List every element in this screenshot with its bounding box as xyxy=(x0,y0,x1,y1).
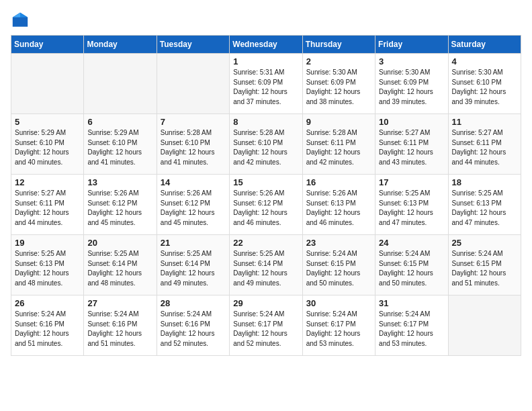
calendar-week-row: 12Sunrise: 5:27 AMSunset: 6:11 PMDayligh… xyxy=(11,175,521,235)
day-header-monday: Monday xyxy=(84,36,157,54)
day-info: Sunrise: 5:25 AMSunset: 6:13 PMDaylight:… xyxy=(452,189,517,228)
day-info: Sunrise: 5:26 AMSunset: 6:12 PMDaylight:… xyxy=(233,189,298,228)
day-info: Sunrise: 5:25 AMSunset: 6:13 PMDaylight:… xyxy=(15,249,80,288)
calendar-cell: 12Sunrise: 5:27 AMSunset: 6:11 PMDayligh… xyxy=(11,175,84,235)
day-info: Sunrise: 5:24 AMSunset: 6:16 PMDaylight:… xyxy=(87,310,152,349)
day-number: 12 xyxy=(15,177,80,187)
day-number: 5 xyxy=(15,117,80,127)
calendar-cell xyxy=(448,295,521,356)
calendar-cell: 22Sunrise: 5:25 AMSunset: 6:14 PMDayligh… xyxy=(230,235,302,295)
day-number: 15 xyxy=(233,177,298,187)
day-number: 21 xyxy=(161,238,226,248)
calendar-cell: 15Sunrise: 5:26 AMSunset: 6:12 PMDayligh… xyxy=(230,175,302,235)
day-info: Sunrise: 5:25 AMSunset: 6:14 PMDaylight:… xyxy=(233,249,298,288)
calendar-cell: 3Sunrise: 5:30 AMSunset: 6:09 PMDaylight… xyxy=(375,54,448,114)
day-info: Sunrise: 5:24 AMSunset: 6:17 PMDaylight:… xyxy=(379,310,444,349)
calendar-cell: 28Sunrise: 5:24 AMSunset: 6:16 PMDayligh… xyxy=(157,295,229,356)
calendar-cell: 14Sunrise: 5:26 AMSunset: 6:12 PMDayligh… xyxy=(157,175,229,235)
day-info: Sunrise: 5:28 AMSunset: 6:11 PMDaylight:… xyxy=(306,128,371,167)
calendar-week-row: 19Sunrise: 5:25 AMSunset: 6:13 PMDayligh… xyxy=(11,235,521,295)
calendar-cell: 17Sunrise: 5:25 AMSunset: 6:13 PMDayligh… xyxy=(375,175,448,235)
day-info: Sunrise: 5:30 AMSunset: 6:09 PMDaylight:… xyxy=(379,68,444,107)
day-header-sunday: Sunday xyxy=(11,36,84,54)
calendar-cell: 10Sunrise: 5:27 AMSunset: 6:11 PMDayligh… xyxy=(375,114,448,175)
calendar-cell: 6Sunrise: 5:29 AMSunset: 6:10 PMDaylight… xyxy=(84,114,157,175)
calendar-cell: 4Sunrise: 5:30 AMSunset: 6:10 PMDaylight… xyxy=(448,54,521,114)
calendar-cell: 7Sunrise: 5:28 AMSunset: 6:10 PMDaylight… xyxy=(157,114,229,175)
calendar-table: SundayMondayTuesdayWednesdayThursdayFrid… xyxy=(11,35,521,356)
day-info: Sunrise: 5:26 AMSunset: 6:12 PMDaylight:… xyxy=(161,189,226,228)
day-header-saturday: Saturday xyxy=(448,36,521,54)
calendar-cell: 13Sunrise: 5:26 AMSunset: 6:12 PMDayligh… xyxy=(84,175,157,235)
day-info: Sunrise: 5:24 AMSunset: 6:15 PMDaylight:… xyxy=(452,249,517,288)
calendar-cell: 31Sunrise: 5:24 AMSunset: 6:17 PMDayligh… xyxy=(375,295,448,356)
calendar-cell xyxy=(157,54,229,114)
day-info: Sunrise: 5:28 AMSunset: 6:10 PMDaylight:… xyxy=(161,128,226,167)
calendar-cell: 25Sunrise: 5:24 AMSunset: 6:15 PMDayligh… xyxy=(448,235,521,295)
calendar-cell: 30Sunrise: 5:24 AMSunset: 6:17 PMDayligh… xyxy=(302,295,375,356)
day-info: Sunrise: 5:25 AMSunset: 6:13 PMDaylight:… xyxy=(379,189,444,228)
calendar-week-row: 1Sunrise: 5:31 AMSunset: 6:09 PMDaylight… xyxy=(11,54,521,114)
day-header-thursday: Thursday xyxy=(302,36,375,54)
day-info: Sunrise: 5:24 AMSunset: 6:17 PMDaylight:… xyxy=(233,310,298,349)
day-info: Sunrise: 5:24 AMSunset: 6:16 PMDaylight:… xyxy=(161,310,226,349)
day-number: 13 xyxy=(87,177,152,187)
day-header-tuesday: Tuesday xyxy=(157,36,229,54)
calendar-cell: 27Sunrise: 5:24 AMSunset: 6:16 PMDayligh… xyxy=(84,295,157,356)
day-info: Sunrise: 5:31 AMSunset: 6:09 PMDaylight:… xyxy=(233,68,298,107)
page-header xyxy=(11,11,521,30)
day-number: 28 xyxy=(161,298,226,308)
day-number: 18 xyxy=(452,177,517,187)
day-number: 26 xyxy=(15,298,80,308)
day-info: Sunrise: 5:24 AMSunset: 6:15 PMDaylight:… xyxy=(306,249,371,288)
day-info: Sunrise: 5:24 AMSunset: 6:15 PMDaylight:… xyxy=(379,249,444,288)
calendar-cell xyxy=(84,54,157,114)
calendar-cell: 5Sunrise: 5:29 AMSunset: 6:10 PMDaylight… xyxy=(11,114,84,175)
calendar-cell: 2Sunrise: 5:30 AMSunset: 6:09 PMDaylight… xyxy=(302,54,375,114)
day-info: Sunrise: 5:29 AMSunset: 6:10 PMDaylight:… xyxy=(15,128,80,167)
day-number: 7 xyxy=(161,117,226,127)
day-number: 10 xyxy=(379,117,444,127)
day-number: 30 xyxy=(306,298,371,308)
day-number: 25 xyxy=(452,238,517,248)
calendar-week-row: 26Sunrise: 5:24 AMSunset: 6:16 PMDayligh… xyxy=(11,295,521,356)
day-info: Sunrise: 5:25 AMSunset: 6:14 PMDaylight:… xyxy=(161,249,226,288)
calendar-cell: 16Sunrise: 5:26 AMSunset: 6:13 PMDayligh… xyxy=(302,175,375,235)
svg-marker-1 xyxy=(20,13,28,17)
calendar-cell: 23Sunrise: 5:24 AMSunset: 6:15 PMDayligh… xyxy=(302,235,375,295)
calendar-cell: 29Sunrise: 5:24 AMSunset: 6:17 PMDayligh… xyxy=(230,295,302,356)
day-number: 14 xyxy=(161,177,226,187)
calendar-week-row: 5Sunrise: 5:29 AMSunset: 6:10 PMDaylight… xyxy=(11,114,521,175)
day-number: 31 xyxy=(379,298,444,308)
day-info: Sunrise: 5:24 AMSunset: 6:17 PMDaylight:… xyxy=(306,310,371,349)
calendar-cell: 1Sunrise: 5:31 AMSunset: 6:09 PMDaylight… xyxy=(230,54,302,114)
day-info: Sunrise: 5:28 AMSunset: 6:10 PMDaylight:… xyxy=(233,128,298,167)
day-info: Sunrise: 5:30 AMSunset: 6:09 PMDaylight:… xyxy=(306,68,371,107)
calendar-cell: 9Sunrise: 5:28 AMSunset: 6:11 PMDaylight… xyxy=(302,114,375,175)
day-number: 8 xyxy=(233,117,298,127)
day-number: 4 xyxy=(452,56,517,66)
calendar-cell: 11Sunrise: 5:27 AMSunset: 6:11 PMDayligh… xyxy=(448,114,521,175)
svg-marker-2 xyxy=(13,13,20,17)
day-number: 22 xyxy=(233,238,298,248)
calendar-cell: 18Sunrise: 5:25 AMSunset: 6:13 PMDayligh… xyxy=(448,175,521,235)
calendar-header-row: SundayMondayTuesdayWednesdayThursdayFrid… xyxy=(11,36,521,54)
day-info: Sunrise: 5:27 AMSunset: 6:11 PMDaylight:… xyxy=(452,128,517,167)
logo-icon xyxy=(11,11,30,30)
day-info: Sunrise: 5:24 AMSunset: 6:16 PMDaylight:… xyxy=(15,310,80,349)
calendar-cell xyxy=(11,54,84,114)
day-number: 24 xyxy=(379,238,444,248)
day-header-wednesday: Wednesday xyxy=(230,36,302,54)
day-header-friday: Friday xyxy=(375,36,448,54)
calendar-cell: 19Sunrise: 5:25 AMSunset: 6:13 PMDayligh… xyxy=(11,235,84,295)
logo xyxy=(11,11,32,30)
day-info: Sunrise: 5:25 AMSunset: 6:14 PMDaylight:… xyxy=(87,249,152,288)
day-number: 23 xyxy=(306,238,371,248)
day-number: 2 xyxy=(306,56,371,66)
day-info: Sunrise: 5:29 AMSunset: 6:10 PMDaylight:… xyxy=(87,128,152,167)
day-number: 6 xyxy=(87,117,152,127)
day-info: Sunrise: 5:27 AMSunset: 6:11 PMDaylight:… xyxy=(15,189,80,228)
day-number: 11 xyxy=(452,117,517,127)
day-number: 3 xyxy=(379,56,444,66)
day-number: 29 xyxy=(233,298,298,308)
